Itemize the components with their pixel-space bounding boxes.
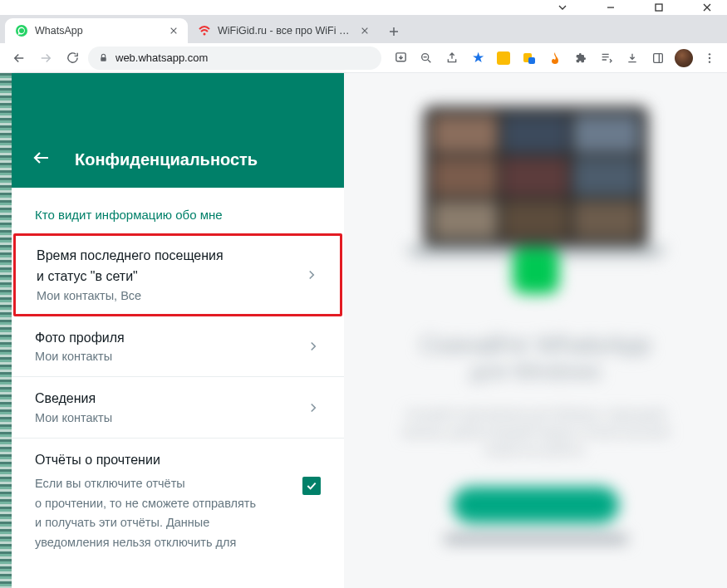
sidepanel-icon[interactable] <box>649 49 667 67</box>
svg-line-8 <box>428 60 430 62</box>
nav-reload-button[interactable] <box>61 47 83 69</box>
tab-wifigid[interactable]: WiFiGid.ru - все про WiFi и беспроводные… <box>188 18 379 43</box>
whatsapp-badge-icon <box>513 247 559 294</box>
panel-body: Кто видит информацию обо мне Время после… <box>12 188 344 588</box>
panel-title: Конфиденциальность <box>75 150 258 169</box>
nav-forward-button[interactable] <box>35 47 56 69</box>
window-close-button[interactable] <box>695 1 719 14</box>
row-last-seen[interactable]: Время последнего посещения и статус "в с… <box>13 233 342 316</box>
promo-download-button[interactable] <box>453 487 619 523</box>
nav-back-button[interactable] <box>8 47 30 69</box>
back-arrow-icon[interactable] <box>32 148 52 168</box>
row-sub: Мои контакты, Все <box>37 289 224 302</box>
svg-rect-10 <box>497 51 510 65</box>
row-label: Сведения <box>35 390 112 408</box>
chevron-right-icon <box>306 400 321 415</box>
promo-heading: Скачайте WhatsApp <box>420 331 651 359</box>
chevron-right-icon <box>306 339 321 354</box>
promo-subheading: для Windows <box>470 359 601 385</box>
extension-blue-badge-icon[interactable] <box>520 49 538 67</box>
tab-label: WhatsApp <box>35 25 161 37</box>
reading-list-icon[interactable] <box>597 49 616 67</box>
svg-point-15 <box>709 53 710 55</box>
svg-rect-12 <box>528 57 535 64</box>
download-icon[interactable] <box>623 49 641 67</box>
row-label: Отчёты о прочтении <box>35 452 256 469</box>
extension-yellow-icon[interactable] <box>494 49 513 67</box>
promo-area: Скачайте WhatsApp для Windows Скачайте п… <box>344 73 727 588</box>
row-sub: Мои контакты <box>35 350 125 363</box>
row-desc-line1: Если вы отключите отчёты <box>35 476 256 492</box>
tab-whatsapp[interactable]: WhatsApp <box>5 18 188 43</box>
lock-icon <box>98 52 109 63</box>
address-url: web.whatsapp.com <box>115 51 208 64</box>
menu-dots-icon[interactable] <box>700 49 719 67</box>
extension-flame-icon[interactable] <box>546 49 564 67</box>
window-dropdown-button[interactable] <box>551 1 574 14</box>
profile-avatar[interactable] <box>675 49 693 67</box>
tab-close-icon[interactable] <box>359 25 371 37</box>
svg-point-3 <box>19 28 24 33</box>
browser-toolbar: web.whatsapp.com ★ <box>0 43 727 73</box>
row-desc-line3: и получать эти отчёты. Данные <box>35 515 256 532</box>
svg-point-4 <box>204 33 206 36</box>
row-read-receipts[interactable]: Отчёты о прочтении Если вы отключите отч… <box>12 439 344 564</box>
row-sub: Мои контакты <box>35 411 112 424</box>
extensions-puzzle-icon[interactable] <box>572 49 590 67</box>
privacy-panel: Конфиденциальность Кто видит информацию … <box>12 73 344 588</box>
tab-label: WiFiGid.ru - все про WiFi и беспроводные… <box>218 25 352 37</box>
row-label-line2: и статус "в сети" <box>37 268 224 286</box>
bookmark-star-icon[interactable]: ★ <box>469 49 487 67</box>
row-desc-line2: о прочтении, то не сможете отправлять <box>35 496 256 512</box>
chevron-right-icon <box>304 267 319 282</box>
promo-paragraph: Скачайте приложение для Windows с функци… <box>386 406 685 458</box>
window-maximize-button[interactable] <box>647 1 671 14</box>
share-icon[interactable] <box>443 49 461 67</box>
zoom-icon[interactable] <box>417 49 435 67</box>
address-bar[interactable]: web.whatsapp.com <box>88 47 381 70</box>
install-app-icon[interactable] <box>391 49 410 67</box>
promo-footer-text <box>445 535 627 543</box>
section-heading: Кто видит информацию обо мне <box>12 188 344 233</box>
whatsapp-favicon-icon <box>15 24 28 37</box>
svg-point-17 <box>709 61 710 62</box>
svg-point-16 <box>709 56 710 58</box>
window-minimize-button[interactable] <box>599 1 622 14</box>
page-content: Конфиденциальность Кто видит информацию … <box>0 73 727 588</box>
svg-rect-13 <box>654 53 663 62</box>
window-titlebar <box>0 0 727 15</box>
wifigid-favicon-icon <box>198 24 211 37</box>
read-receipts-checkbox[interactable] <box>302 477 321 495</box>
panel-header: Конфиденциальность <box>12 73 344 188</box>
row-label-line1: Время последнего посещения <box>37 247 224 265</box>
row-about[interactable]: Сведения Мои контакты <box>12 377 344 439</box>
row-desc-line4: уведомления нельзя отключить для <box>35 535 256 551</box>
row-profile-photo[interactable]: Фото профиля Мои контакты <box>12 316 344 378</box>
new-tab-button[interactable] <box>382 20 405 43</box>
laptop-illustration <box>407 106 665 281</box>
svg-rect-1 <box>656 4 662 11</box>
left-decoration <box>0 73 12 588</box>
browser-tabstrip: WhatsApp WiFiGid.ru - все про WiFi и бес… <box>0 15 727 43</box>
svg-rect-5 <box>101 57 106 61</box>
row-label: Фото профиля <box>35 330 125 347</box>
tab-close-icon[interactable] <box>168 25 179 37</box>
